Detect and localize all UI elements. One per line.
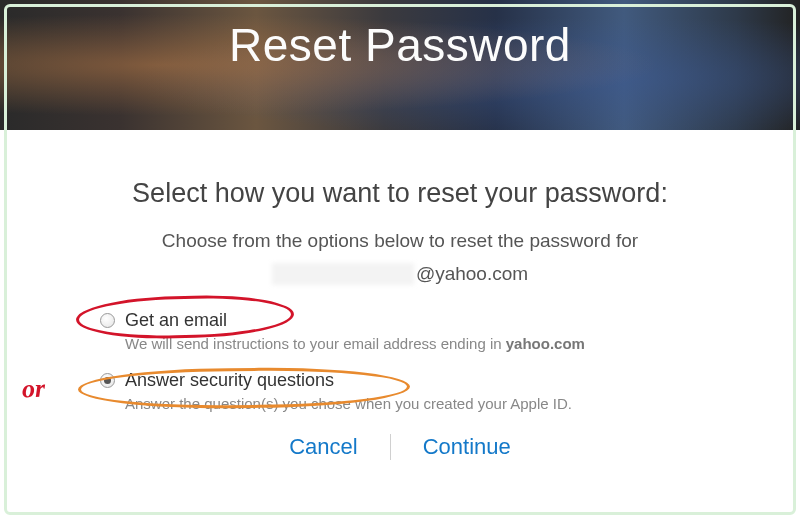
radio-get-email[interactable]: [100, 313, 115, 328]
cancel-button[interactable]: Cancel: [257, 430, 389, 464]
redacted-email-local: [272, 263, 414, 285]
header-banner: Reset Password: [0, 0, 800, 130]
option-security-questions[interactable]: Answer security questions: [100, 370, 740, 391]
email-domain: @yahoo.com: [416, 260, 528, 289]
subtitle: Select how you want to reset your passwo…: [60, 178, 740, 209]
content-area: Select how you want to reset your passwo…: [0, 130, 800, 464]
option-label-security-questions: Answer security questions: [125, 370, 334, 391]
option-help-security-questions: Answer the question(s) you chose when yo…: [125, 395, 740, 412]
description: Choose from the options below to reset t…: [60, 227, 740, 256]
option-help-get-email: We will send instructions to your email …: [125, 335, 740, 352]
action-bar: Cancel Continue: [60, 430, 740, 464]
option-get-email[interactable]: Get an email: [100, 310, 740, 331]
account-email: @yahoo.com: [60, 260, 740, 289]
radio-security-questions[interactable]: [100, 373, 115, 388]
option-label-get-email: Get an email: [125, 310, 227, 331]
reset-method-options: Get an email We will send instructions t…: [100, 310, 740, 412]
continue-button[interactable]: Continue: [391, 430, 543, 464]
page-title: Reset Password: [229, 18, 571, 72]
